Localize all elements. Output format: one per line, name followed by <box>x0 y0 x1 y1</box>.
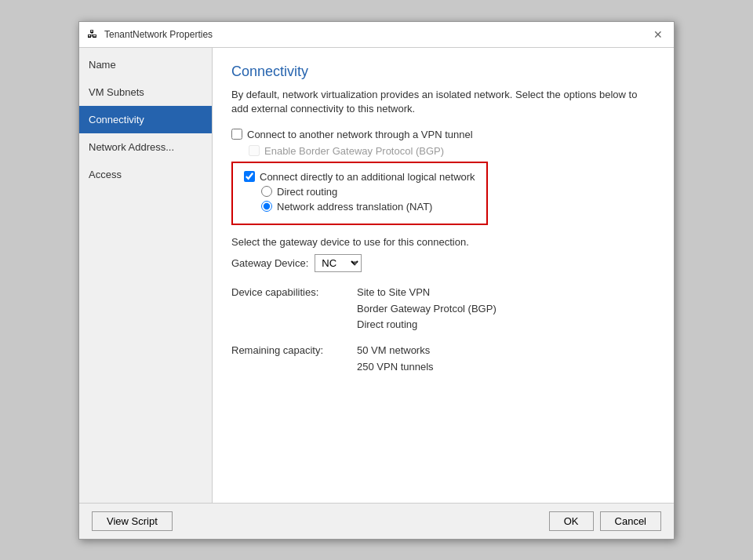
ok-button[interactable]: OK <box>549 511 594 531</box>
dialog-body: Name VM Subnets Connectivity Network Add… <box>79 48 674 503</box>
title-bar-left: 🖧 TenantNetwork Properties <box>87 28 213 41</box>
description: By default, network virtualization provi… <box>231 88 655 116</box>
direct-routing-label[interactable]: Direct routing <box>277 186 337 198</box>
capability-3: Direct routing <box>357 317 497 333</box>
sidebar-item-vm-subnets[interactable]: VM Subnets <box>79 78 212 106</box>
direct-routing-radio[interactable] <box>261 186 272 197</box>
gateway-device-label: Gateway Device: <box>231 257 308 269</box>
nat-label[interactable]: Network address translation (NAT) <box>277 201 432 213</box>
bgp-checkbox[interactable] <box>249 145 260 156</box>
section-title: Connectivity <box>231 64 655 80</box>
vpn-checkbox[interactable] <box>231 129 242 140</box>
capability-1: Site to Site VPN <box>357 285 497 301</box>
remaining-capacity-values: 50 VM networks 250 VPN tunnels <box>357 343 434 376</box>
logical-network-option-row: Connect directly to an additional logica… <box>244 171 475 183</box>
logical-network-label[interactable]: Connect directly to an additional logica… <box>260 171 475 183</box>
title-text: TenantNetwork Properties <box>104 29 213 40</box>
view-script-button[interactable]: View Script <box>92 511 173 531</box>
device-capabilities-values: Site to Site VPN Border Gateway Protcol … <box>357 285 497 333</box>
gateway-device-row: Gateway Device: NC <box>231 254 655 272</box>
dialog-window: 🖧 TenantNetwork Properties ✕ Name VM Sub… <box>78 21 675 540</box>
remaining-capacity-section: Remaining capacity: 50 VM networks 250 V… <box>231 343 655 376</box>
title-icon: 🖧 <box>87 28 100 41</box>
footer-right-buttons: OK Cancel <box>549 511 661 531</box>
sidebar-item-connectivity[interactable]: Connectivity <box>79 106 212 133</box>
gateway-device-select[interactable]: NC <box>315 254 362 272</box>
sidebar-item-access[interactable]: Access <box>79 161 212 188</box>
gateway-selection-label: Select the gateway device to use for thi… <box>231 236 655 248</box>
gateway-select-wrapper: NC <box>315 254 362 272</box>
title-bar: 🖧 TenantNetwork Properties ✕ <box>79 22 674 48</box>
device-capabilities-label: Device capabilities: <box>231 285 357 333</box>
dialog-footer: View Script OK Cancel <box>79 503 674 539</box>
main-content: Connectivity By default, network virtual… <box>213 48 674 503</box>
bgp-label[interactable]: Enable Border Gateway Protocol (BGP) <box>264 145 444 157</box>
highlight-box: Connect directly to an additional logica… <box>231 162 488 225</box>
direct-routing-option-row: Direct routing <box>261 186 475 198</box>
device-capabilities-section: Device capabilities: Site to Site VPN Bo… <box>231 285 655 333</box>
remaining-capacity-label: Remaining capacity: <box>231 343 357 376</box>
capability-2: Border Gateway Protcol (BGP) <box>357 301 497 318</box>
vpn-label[interactable]: Connect to another network through a VPN… <box>247 129 473 140</box>
remaining-2: 250 VPN tunnels <box>357 359 434 376</box>
bgp-option-row: Enable Border Gateway Protocol (BGP) <box>249 145 655 157</box>
logical-network-checkbox[interactable] <box>244 171 255 182</box>
close-button[interactable]: ✕ <box>650 27 666 42</box>
sidebar-item-name[interactable]: Name <box>79 51 212 78</box>
vpn-option-row: Connect to another network through a VPN… <box>231 129 655 140</box>
nat-radio[interactable] <box>261 201 272 212</box>
sidebar: Name VM Subnets Connectivity Network Add… <box>79 48 213 503</box>
nat-option-row: Network address translation (NAT) <box>261 201 475 213</box>
remaining-1: 50 VM networks <box>357 343 434 359</box>
sidebar-item-network-address[interactable]: Network Address... <box>79 133 212 161</box>
cancel-button[interactable]: Cancel <box>600 511 661 531</box>
